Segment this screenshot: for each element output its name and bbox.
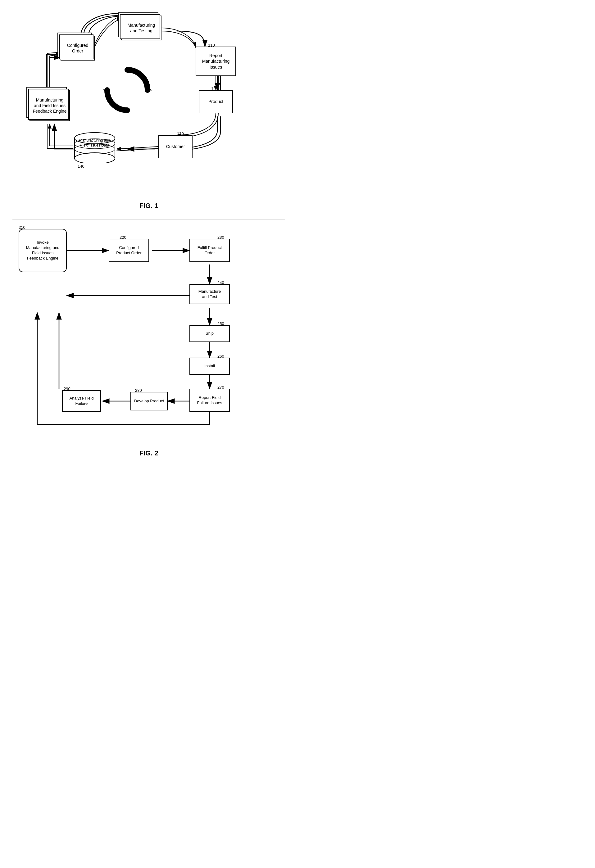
invoke-label: InvokeManufacturing andField IssuesFeedb… [26,240,60,261]
svg-point-4 [75,153,115,163]
manufacturing-testing-box: Manufacturing and Testing [121,16,161,40]
num-140: 140 [78,164,84,168]
analyze-field-failure-box: Analyze FieldFailure [62,390,101,412]
fig1-label: FIG. 1 [12,202,285,210]
num-210: 210 [19,225,25,230]
feedback-engine-box: Manufacturingand Field IssuesFeedback En… [30,90,70,121]
circular-arrows [102,65,152,115]
page: Manufacturing and Testing 170 Report Man… [0,0,297,473]
fulfill-product-order-box: Fulfill ProductOrder [189,239,230,262]
configured-order-label: ConfiguredOrder [67,43,89,54]
fig2-label: FIG. 2 [12,449,285,457]
product-label: Product [208,99,223,104]
report-mfg-issues-box: Report Manufacturing Issues [196,47,236,76]
configured-product-order-label: ConfiguredProduct Order [116,245,142,256]
circular-arrows-svg [102,65,152,115]
db-container: Manufacturing andField Issues Data [73,132,117,163]
customer-box: Customer [158,135,192,158]
product-box: Product [199,90,233,113]
num-270: 270 [217,385,224,390]
manufacturing-testing-label: Manufacturing and Testing [124,22,159,34]
customer-label: Customer [166,144,185,149]
num-250: 250 [217,321,224,326]
manufacture-test-label: Manufactureand Test [198,289,221,300]
num-290: 290 [63,387,71,391]
num-220: 220 [120,235,126,240]
install-label: Install [204,363,215,369]
num-260: 260 [217,354,224,359]
num-240: 240 [217,280,224,285]
analyze-field-failure-label: Analyze FieldFailure [69,396,93,406]
divider [12,219,285,220]
configured-order-box: ConfiguredOrder [61,36,95,61]
num-280: 280 [135,388,142,393]
fig2-diagram: InvokeManufacturing andField IssuesFeedb… [12,229,285,446]
fulfill-product-order-label: Fulfill ProductOrder [198,245,222,256]
report-field-failure-label: Report FieldFailure Issues [197,395,222,406]
report-mfg-issues-label: Report Manufacturing Issues [198,53,233,70]
db-label: Manufacturing andField Issues Data [73,138,117,148]
invoke-box: InvokeManufacturing andField IssuesFeedb… [19,229,67,272]
manufacture-test-box: Manufactureand Test [189,284,230,304]
install-box: Install [189,358,230,375]
ship-label: Ship [205,331,214,336]
develop-product-box: Develop Product [130,392,168,410]
fig1-diagram: Manufacturing and Testing 170 Report Man… [12,6,285,199]
report-field-failure-box: Report FieldFailure Issues [189,389,230,412]
develop-product-label: Develop Product [134,399,164,404]
configured-product-order-box: ConfiguredProduct Order [109,239,149,262]
num-230: 230 [217,235,224,240]
feedback-engine-label: Manufacturingand Field IssuesFeedback En… [33,97,67,114]
ship-box: Ship [189,325,230,342]
